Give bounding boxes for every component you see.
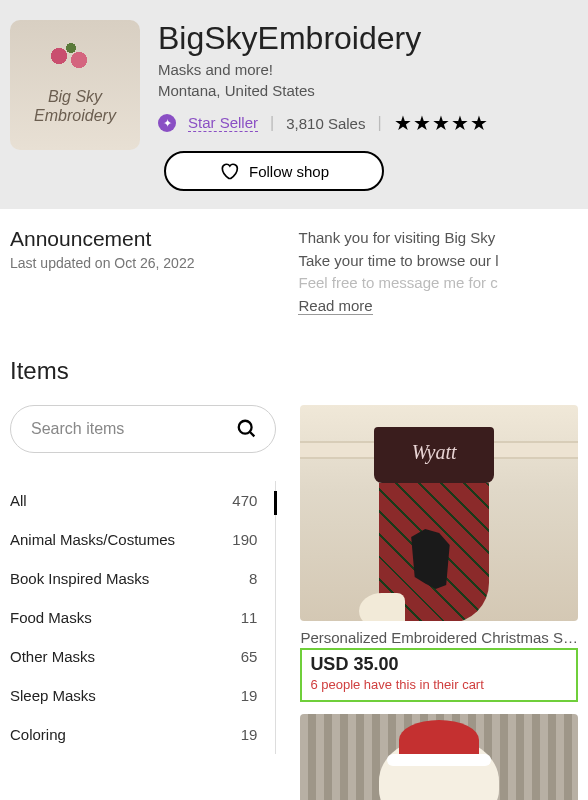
divider: | bbox=[270, 114, 274, 132]
announcement-heading: Announcement bbox=[10, 227, 194, 251]
announcement-date: Last updated on Oct 26, 2022 bbox=[10, 255, 194, 271]
shop-name: BigSkyEmbroidery bbox=[158, 20, 489, 57]
star-seller-link[interactable]: Star Seller bbox=[188, 114, 258, 132]
announcement-text-2: Take your time to browse our l bbox=[298, 250, 578, 273]
stocking-name: Wyatt bbox=[374, 427, 494, 464]
category-coloring[interactable]: Coloring19 bbox=[10, 715, 275, 754]
shop-logo[interactable]: Big Sky Embroidery bbox=[10, 20, 140, 150]
sales-count: 3,810 Sales bbox=[286, 115, 365, 132]
svg-line-1 bbox=[250, 432, 255, 437]
follow-shop-button[interactable]: Follow shop bbox=[164, 151, 384, 191]
read-more-link[interactable]: Read more bbox=[298, 297, 372, 315]
category-other-masks[interactable]: Other Masks65 bbox=[10, 637, 275, 676]
category-animal-masks[interactable]: Animal Masks/Costumes190 bbox=[10, 520, 275, 559]
category-list: All470 Animal Masks/Costumes190 Book Ins… bbox=[10, 481, 276, 754]
product-image-stocking[interactable]: Wyatt bbox=[300, 405, 578, 621]
product-title[interactable]: Personalized Embroidered Christmas S… bbox=[300, 629, 578, 646]
search-icon[interactable] bbox=[236, 418, 258, 440]
announcement-text-3: Feel free to message me for c bbox=[298, 272, 578, 295]
rating-stars: ★★★★★ bbox=[394, 111, 489, 135]
items-heading: Items bbox=[0, 317, 588, 405]
shop-location: Montana, United States bbox=[158, 82, 489, 99]
price-highlight-box: USD 35.00 6 people have this in their ca… bbox=[300, 648, 578, 702]
heart-icon bbox=[219, 161, 239, 181]
category-food-masks[interactable]: Food Masks11 bbox=[10, 598, 275, 637]
star-seller-icon: ✦ bbox=[158, 114, 176, 132]
svg-point-0 bbox=[239, 421, 252, 434]
product-price: USD 35.00 bbox=[310, 654, 568, 675]
shop-tagline: Masks and more! bbox=[158, 61, 489, 78]
divider: | bbox=[377, 114, 381, 132]
shop-logo-text: Big Sky Embroidery bbox=[10, 87, 140, 125]
cart-note: 6 people have this in their cart bbox=[310, 677, 568, 692]
category-sleep-masks[interactable]: Sleep Masks19 bbox=[10, 676, 275, 715]
product-image-santa-mask[interactable] bbox=[300, 714, 578, 800]
category-book-masks[interactable]: Book Inspired Masks8 bbox=[10, 559, 275, 598]
category-all[interactable]: All470 bbox=[10, 481, 275, 520]
follow-label: Follow shop bbox=[249, 163, 329, 180]
announcement-text-1: Thank you for visiting Big Sky bbox=[298, 227, 578, 250]
